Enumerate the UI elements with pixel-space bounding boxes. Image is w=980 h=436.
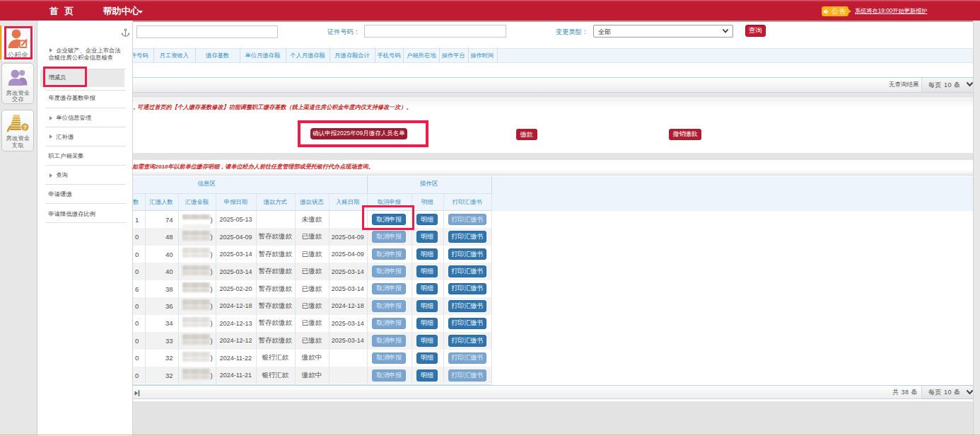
svg-text:?: ? xyxy=(23,123,27,130)
